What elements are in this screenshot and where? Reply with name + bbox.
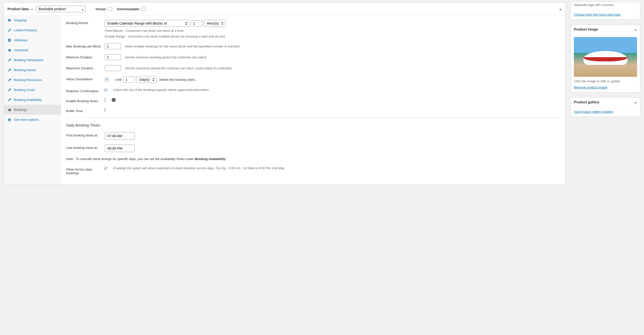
svg-point-1: [10, 21, 10, 21]
cancel-value-input[interactable]: [123, 76, 135, 82]
help-text: Fixed Blocks : Customers can book one bl…: [105, 29, 560, 32]
choose-tags-link[interactable]: Choose from the most used tags: [574, 13, 620, 16]
tab-advanced[interactable]: Advanced: [4, 45, 61, 55]
tab-label: Booking Resources: [14, 78, 42, 82]
tab-label: Attributes: [14, 38, 28, 42]
help-text: Enable Range : Customers can book multip…: [105, 34, 560, 38]
product-type-select[interactable]: Bookable product: [36, 6, 86, 12]
max-duration-input[interactable]: [105, 65, 121, 71]
tab-label: Linked Products: [14, 28, 37, 32]
tab-booking-availability[interactable]: Booking Availability: [4, 95, 61, 105]
enable-notes-label: Enable Booking Notes: [66, 98, 105, 103]
product-image-box: Product image ▲ Click the image to edit …: [570, 24, 640, 92]
tab-attributes[interactable]: Attributes: [4, 35, 61, 45]
allow-cancel-label: Allow Cancellation: [66, 76, 105, 81]
booking-period-qty-input[interactable]: [191, 20, 203, 26]
across-days-label: Allow Across days bookings: [66, 166, 105, 175]
image-hint: Click the image to edit or update: [574, 79, 637, 83]
help-text: Check this box if the booking requires a…: [113, 88, 210, 92]
product-gallery-title: Product gallery: [574, 100, 599, 104]
tab-label: Advanced: [14, 48, 28, 52]
panel-title: Product data: [8, 7, 29, 11]
across-days-checkbox[interactable]: [105, 166, 105, 170]
virtual-label: Virtual:: [96, 7, 107, 11]
enable-notes-checkbox[interactable]: [105, 98, 105, 102]
tab-get-more-options[interactable]: Get more options: [4, 115, 61, 125]
svg-rect-3: [10, 39, 11, 40]
wrench-icon: [8, 88, 12, 92]
collapse-icon[interactable]: ▲: [634, 100, 637, 104]
tab-booking-costs[interactable]: Booking Costs: [4, 85, 61, 95]
booking-period-unit-select[interactable]: Hour(s): [204, 20, 225, 27]
tab-label: Bookings: [14, 108, 27, 112]
tab-booking-resources[interactable]: Booking Resources: [4, 75, 61, 85]
wrench-icon: [8, 58, 12, 62]
tags-box: Separate tags with commas Choose from th…: [570, 2, 640, 20]
tab-label: Shipping: [14, 18, 26, 22]
downloadable-label: Downloadable:: [117, 7, 140, 11]
downloadable-checkbox[interactable]: [142, 7, 146, 11]
tab-bookings[interactable]: Bookings: [4, 105, 61, 115]
link-icon: [8, 28, 12, 32]
last-booking-input[interactable]: [105, 145, 134, 152]
collapse-icon[interactable]: ▲: [634, 27, 637, 31]
svg-rect-5: [10, 40, 11, 41]
product-image-title: Product image: [574, 27, 598, 31]
max-duration-label: Maximum Duration: [66, 65, 105, 70]
min-duration-label: Minimum Duration: [66, 54, 105, 59]
remove-image-link[interactable]: Remove product image: [574, 85, 607, 89]
tab-label: Get more options: [14, 118, 39, 121]
buffer-time-checkbox[interactable]: [105, 108, 105, 112]
gear-icon: [8, 48, 12, 52]
tab-booking-participants[interactable]: Booking Participants: [4, 55, 61, 65]
tags-hint: Separate tags with commas: [571, 2, 640, 10]
panel-header: Product data — Bookable product | Virtua…: [4, 3, 566, 15]
requires-confirm-checkbox[interactable]: [105, 88, 105, 92]
wrench-icon: [8, 78, 12, 82]
max-bookings-label: Max Bookings per Block: [66, 43, 105, 48]
puzzle-icon: [8, 118, 12, 121]
tab-content-bookings: Booking Period Enable Calendar Range wit…: [61, 15, 566, 184]
virtual-checkbox[interactable]: [108, 7, 112, 11]
tab-label: Booking Availability: [14, 98, 42, 102]
first-booking-label: First booking starts at :: [66, 132, 105, 137]
tab-label: Booking Costs: [14, 88, 35, 92]
tab-booking-assets[interactable]: Booking Assets: [4, 65, 61, 75]
override-note: Note : To override these timings for spe…: [66, 157, 560, 161]
truck-icon: [8, 19, 12, 22]
wrench-icon: [8, 98, 12, 102]
grid-icon: [8, 38, 12, 42]
max-bookings-input[interactable]: [105, 43, 121, 49]
booking-period-label: Booking Period: [66, 20, 105, 25]
tab-label: Booking Participants: [14, 58, 44, 62]
help-text: Allow multiple bookings for the same blo…: [125, 44, 240, 48]
cancel-unit-select[interactable]: Day(s): [136, 76, 156, 83]
booking-period-select[interactable]: Enable Calendar Range with Blocks of: [105, 20, 189, 27]
product-data-panel: Product data — Bookable product | Virtua…: [4, 2, 566, 185]
last-booking-label: Last booking starts at :: [66, 145, 105, 150]
product-gallery-box: Product gallery ▲ Add product gallery im…: [570, 97, 640, 117]
divider: [66, 118, 560, 118]
first-booking-input[interactable]: [105, 132, 134, 140]
help-icon[interactable]: ?: [112, 98, 116, 102]
daily-times-title: Daily Booking Times:: [66, 123, 560, 127]
svg-rect-2: [8, 39, 10, 40]
help-text: Set the maximum period the customer can …: [125, 66, 232, 70]
help-text: Enabling this option will allow customer…: [113, 166, 285, 170]
add-gallery-link[interactable]: Add product gallery images: [574, 110, 613, 114]
buffer-time-label: Buffer Time: [66, 108, 105, 113]
gear-icon: [8, 108, 12, 112]
product-image-thumbnail[interactable]: [574, 37, 637, 77]
help-text: Set the minimum booking period the custo…: [125, 55, 207, 59]
tab-label: Booking Assets: [14, 68, 36, 72]
wrench-icon: [8, 68, 12, 72]
panel-collapse-icon[interactable]: ▲: [559, 7, 562, 11]
allow-cancel-checkbox[interactable]: [105, 77, 109, 81]
tab-linked-products[interactable]: Linked Products: [4, 25, 61, 35]
min-duration-input[interactable]: [105, 54, 121, 60]
requires-confirm-label: Requires Confirmation: [66, 88, 105, 93]
tab-shipping[interactable]: Shipping: [4, 15, 61, 25]
svg-point-0: [8, 21, 9, 21]
product-tabs: ShippingLinked ProductsAttributesAdvance…: [4, 15, 61, 184]
svg-rect-4: [8, 40, 10, 41]
